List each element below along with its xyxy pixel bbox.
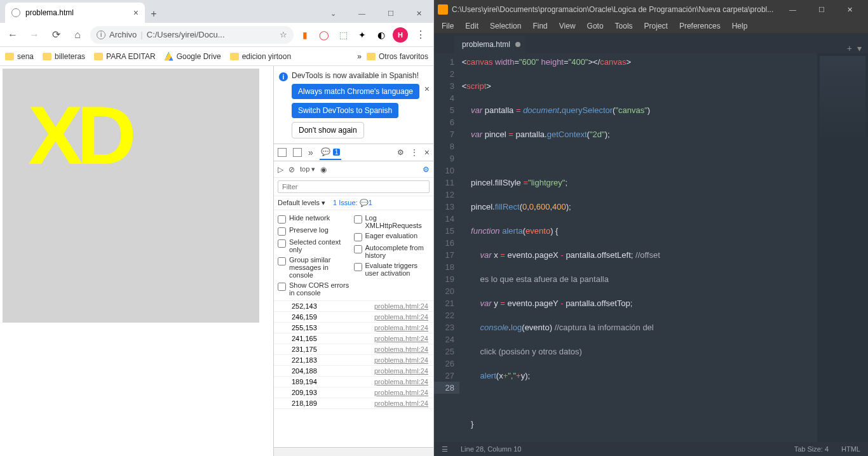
setting-checkbox[interactable]: Selected context only xyxy=(278,237,354,255)
setting-checkbox[interactable]: Preserve log xyxy=(278,225,354,237)
log-source-link[interactable]: problema.html:24 xyxy=(374,335,428,342)
content-area: XD i DevTools is now available in Spanis… xyxy=(0,66,433,456)
setting-checkbox[interactable]: Log XMLHttpRequests xyxy=(354,213,430,231)
code-area[interactable]: <canvas width="600" height="400"></canva… xyxy=(459,53,817,442)
translate-icon[interactable]: ⬚ xyxy=(336,27,351,43)
status-bar: ☰ Line 28, Column 10 Tab Size: 4 HTML xyxy=(434,442,868,456)
clear-icon[interactable]: ⊘ xyxy=(288,165,295,174)
menu-icon[interactable]: ⋮ xyxy=(410,148,418,157)
log-source-link[interactable]: problema.html:24 xyxy=(374,324,428,332)
inspect-icon[interactable] xyxy=(278,148,287,157)
scrollbar[interactable] xyxy=(274,447,433,456)
other-bookmarks[interactable]: Otros favoritos xyxy=(367,52,428,61)
sublime-window: C:\Users\yirei\Documents\programacion\Or… xyxy=(434,0,868,456)
setting-checkbox[interactable]: Hide network xyxy=(278,213,354,225)
canvas-element[interactable]: XD xyxy=(3,69,259,323)
setting-checkbox[interactable]: Eager evaluation xyxy=(354,231,430,243)
log-entry: 255,153problema.html:24 xyxy=(274,323,433,333)
star-icon[interactable]: ☆ xyxy=(280,30,287,39)
menu-item[interactable]: Project xyxy=(639,20,673,32)
setting-checkbox[interactable]: Autocomplete from history xyxy=(354,243,430,260)
menu-item[interactable]: View xyxy=(554,20,581,32)
log-entry: 221,183problema.html:24 xyxy=(274,355,433,366)
levels-dropdown[interactable]: Default levels ▾ xyxy=(278,199,325,207)
extension-icon[interactable]: ◯ xyxy=(316,27,332,43)
menu-item[interactable]: Tools xyxy=(610,20,638,32)
dont-show-button[interactable]: Don't show again xyxy=(292,122,364,138)
log-source-link[interactable]: problema.html:24 xyxy=(374,389,428,396)
window-controls: ⌄ ― ☐ ✕ xyxy=(319,4,433,23)
bookmark-item[interactable]: Google Drive xyxy=(165,52,221,61)
home-button[interactable]: ⌂ xyxy=(69,26,86,44)
setting-checkbox[interactable]: Group similar messages in console xyxy=(278,255,354,280)
reload-button[interactable]: ⟳ xyxy=(47,26,65,44)
plus-icon[interactable]: + xyxy=(847,43,852,53)
log-source-link[interactable]: problema.html:24 xyxy=(374,345,428,353)
eye-icon[interactable]: ◉ xyxy=(320,165,327,174)
chevron-down-icon[interactable]: ⌄ xyxy=(319,4,348,23)
extension-icon[interactable]: ◐ xyxy=(374,27,389,43)
info-icon[interactable]: i xyxy=(97,30,105,39)
dropdown-icon[interactable]: ▾ xyxy=(857,43,862,53)
log-source-link[interactable]: problema.html:24 xyxy=(374,399,428,407)
bookmarks-overflow[interactable]: » xyxy=(357,52,362,61)
back-button[interactable]: ← xyxy=(4,26,22,44)
maximize-icon[interactable]: ☐ xyxy=(807,0,836,19)
bookmark-item[interactable]: edicion yirtoon xyxy=(230,52,291,61)
tab-console[interactable]: 💬1 xyxy=(320,145,342,160)
log-entry: 204,188problema.html:24 xyxy=(274,366,433,377)
context-selector[interactable]: top ▾ xyxy=(300,165,315,173)
log-entry: 209,193problema.html:24 xyxy=(274,387,433,398)
hamburger-icon[interactable]: ☰ xyxy=(442,445,448,453)
omnibox[interactable]: i Archivo | C:/Users/yirei/Docu... ☆ xyxy=(90,26,294,44)
more-tabs-icon[interactable]: » xyxy=(308,147,313,158)
log-source-link[interactable]: problema.html:24 xyxy=(374,313,428,321)
console-settings: Hide networkPreserve logSelected context… xyxy=(274,210,433,301)
editor-tab[interactable]: problema.html xyxy=(454,36,526,53)
unsaved-dot-icon xyxy=(515,42,520,47)
menu-item[interactable]: Goto xyxy=(582,20,609,32)
settings-gear-icon[interactable]: ⚙ xyxy=(423,165,430,174)
menu-item[interactable]: Preferences xyxy=(674,20,726,32)
maximize-icon[interactable]: ☐ xyxy=(376,4,405,23)
extension-icon[interactable]: ▮ xyxy=(297,27,313,43)
log-source-link[interactable]: problema.html:24 xyxy=(374,356,428,364)
close-devtools-icon[interactable]: × xyxy=(424,147,430,158)
setting-checkbox[interactable]: Show CORS errors in console xyxy=(278,280,354,298)
menu-item[interactable]: Selection xyxy=(485,20,526,32)
forward-button[interactable]: → xyxy=(25,26,43,44)
device-icon[interactable] xyxy=(293,148,302,157)
close-icon[interactable]: ✕ xyxy=(836,0,864,19)
menu-icon[interactable]: ⋮ xyxy=(412,26,430,44)
minimap[interactable] xyxy=(817,53,868,442)
filter-input[interactable] xyxy=(278,180,430,193)
status-tabsize[interactable]: Tab Size: 4 xyxy=(794,445,829,453)
close-icon[interactable]: ✕ xyxy=(405,4,433,23)
issues-link[interactable]: 1 Issue: 💬1 xyxy=(333,199,372,207)
bookmark-item[interactable]: billeteras xyxy=(43,52,85,61)
bookmark-item[interactable]: sena xyxy=(5,52,34,61)
chrome-window: problema.html × + ⌄ ― ☐ ✕ ← → ⟳ ⌂ i Arch… xyxy=(0,0,434,456)
menu-item[interactable]: Help xyxy=(727,20,753,32)
log-source-link[interactable]: problema.html:24 xyxy=(374,302,428,310)
match-language-button[interactable]: Always match Chrome's language xyxy=(292,84,419,99)
close-tab-icon[interactable]: × xyxy=(133,8,139,18)
log-source-link[interactable]: problema.html:24 xyxy=(374,378,428,386)
menu-item[interactable]: Find xyxy=(527,20,552,32)
setting-checkbox[interactable]: Evaluate triggers user activation xyxy=(354,260,430,278)
status-language[interactable]: HTML xyxy=(841,445,860,453)
browser-tab[interactable]: problema.html × xyxy=(5,3,145,23)
bookmark-item[interactable]: PARA EDITAR xyxy=(94,52,156,61)
play-icon[interactable]: ▷ xyxy=(278,165,283,174)
menu-item[interactable]: File xyxy=(437,20,459,32)
minimize-icon[interactable]: ― xyxy=(778,0,807,19)
close-icon[interactable]: × xyxy=(424,84,430,94)
switch-language-button[interactable]: Switch DevTools to Spanish xyxy=(292,103,398,118)
new-tab-button[interactable]: + xyxy=(145,5,163,23)
log-source-link[interactable]: problema.html:24 xyxy=(374,367,428,375)
menu-item[interactable]: Edit xyxy=(460,20,484,32)
avatar[interactable]: H xyxy=(393,27,408,43)
puzzle-icon[interactable]: ✦ xyxy=(355,27,370,43)
minimize-icon[interactable]: ― xyxy=(348,4,376,23)
gear-icon[interactable]: ⚙ xyxy=(397,148,404,157)
